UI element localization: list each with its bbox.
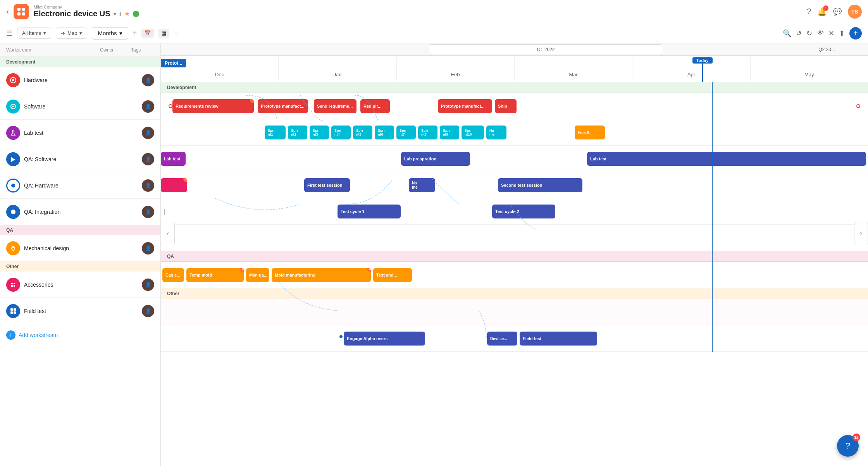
month-jan: Jan (334, 72, 342, 77)
prototype-bar[interactable]: Protot... (161, 59, 186, 67)
software-owner: 👤 (142, 100, 154, 113)
sidebar-item-labtest[interactable]: Lab test 👤 (0, 120, 160, 146)
lab-prep-bar[interactable]: Lab preapration (401, 152, 470, 166)
info-icon[interactable]: ℹ (119, 11, 121, 17)
mechanical-row: Cas e... Temp mold 2 Man ua... Mold manu… (161, 262, 868, 288)
back-button[interactable]: ‹ (6, 7, 9, 16)
help-fab[interactable]: ? 12 (837, 435, 859, 457)
minus-icon[interactable]: − (174, 30, 177, 37)
chevron-icon[interactable]: ▾ (114, 11, 116, 17)
sprint4-bar[interactable]: Sprint4 (331, 126, 351, 139)
first-test-bar[interactable]: First test session (304, 178, 350, 192)
labtest-icon (6, 126, 20, 140)
prototype-manuf-bar[interactable]: Prototype manufact... (258, 99, 308, 113)
dev-group-header: Development (161, 82, 868, 93)
add-workstream-button[interactable]: + Add workstream (0, 324, 160, 346)
temp-mold-bar[interactable]: Temp mold 2 (186, 268, 244, 282)
hw-left-dot (169, 104, 172, 108)
name-bar[interactable]: Name (486, 126, 506, 139)
status-dot (133, 11, 139, 17)
sprint3-bar[interactable]: Sprint3 (310, 126, 329, 139)
notification-icon[interactable]: 🔔 1 (817, 7, 827, 16)
sprint7-bar[interactable]: Sprint7 (396, 126, 416, 139)
add-workstream-label: Add workstream (19, 332, 58, 338)
prototype2-bar[interactable]: Prototype manufact... (438, 99, 492, 113)
chat-icon[interactable]: 💬 (833, 7, 842, 16)
fieldtest-icon (6, 304, 20, 318)
svg-rect-1 (22, 8, 25, 11)
redo-icon[interactable]: ↻ (806, 29, 812, 38)
undo-icon[interactable]: ↺ (796, 29, 802, 38)
test-cycle1-bar[interactable]: Test cycle 1 (338, 205, 401, 218)
sidebar-item-accessories[interactable]: Accessories 👤 (0, 272, 160, 298)
global-add-button[interactable]: + (849, 27, 862, 40)
sprint8-bar[interactable]: Sprint8 (418, 126, 437, 139)
test-and-bar[interactable]: Test and... (373, 268, 412, 282)
search-icon[interactable]: 🔍 (783, 29, 791, 38)
filter-chevron: ▾ (43, 30, 46, 36)
view-dropdown[interactable]: ➜ Map ▾ (56, 28, 87, 39)
star-icon[interactable]: ★ (124, 10, 130, 17)
col-workstream-header: Workstream (6, 47, 100, 53)
mechanical-icon (6, 241, 20, 255)
group-other: Other (0, 261, 160, 272)
labtest-start-bar[interactable]: Lab test (161, 152, 186, 166)
settings-icon[interactable]: ✕ (828, 29, 834, 38)
req-bar[interactable]: Req uir... (360, 99, 390, 113)
calendar-icon[interactable]: 📅 (141, 29, 154, 38)
sprint5-bar[interactable]: Sprint5 (353, 126, 372, 139)
labtest-end-bar[interactable]: Lab test (587, 152, 866, 166)
software-icon (6, 100, 20, 113)
col-tags-header: Tags (131, 47, 154, 53)
filter-dropdown[interactable]: All items ▾ (17, 28, 51, 39)
sidebar-item-mechanical[interactable]: Mechanical design 👤 (0, 235, 160, 261)
sprint2-bar[interactable]: Sprint2 (288, 126, 307, 139)
sidebar-item-hardware[interactable]: Hardware 👤 (0, 67, 160, 93)
nav-left-arrow[interactable]: ‹ (161, 222, 175, 245)
engage-alpha-bar[interactable]: Engage Alpha users (344, 332, 425, 346)
manual-bar[interactable]: Man ua... (246, 268, 269, 282)
sidebar-item-qa-software[interactable]: QA: Software 👤 (0, 146, 160, 172)
months-dropdown[interactable]: Months ▾ (92, 27, 128, 40)
svg-rect-0 (17, 8, 21, 11)
add-icon[interactable]: + (133, 29, 137, 37)
ship-bar[interactable]: Ship (495, 99, 517, 113)
user-avatar[interactable]: TS (848, 5, 862, 19)
filter-icon[interactable]: ☰ (6, 29, 12, 38)
sprint9-bar[interactable]: Sprint9 (440, 126, 459, 139)
sidebar-item-qa-hardware[interactable]: QA: Hardware 👤 (0, 172, 160, 199)
sidebar-item-qa-integration[interactable]: QA: Integration 👤 (0, 199, 160, 225)
nav-right-arrow[interactable]: › (854, 222, 868, 245)
notification-badge: 1 (823, 5, 828, 11)
device-bar[interactable]: Devi ce... (487, 332, 517, 346)
sprint1-bar[interactable]: Sprint1 (265, 126, 286, 139)
gantt-rows-container: Development Requirements review 1 Protot… (161, 82, 868, 352)
qa-integration-row (161, 225, 868, 251)
send-req-bar[interactable]: Send requireme... (314, 99, 356, 113)
name2-bar[interactable]: Name (409, 178, 435, 192)
labtest-row: Lab test Lab preapration Lab test (161, 146, 868, 172)
col-owner-header: Owner (100, 47, 131, 53)
share-icon[interactable]: ⬆ (839, 29, 845, 38)
requirements-review-bar[interactable]: Requirements review 1 (172, 99, 254, 113)
sidebar-item-software[interactable]: Software 👤 (0, 93, 160, 120)
case-bar[interactable]: Cas e... (162, 268, 184, 282)
final-bar[interactable]: Fina S... (575, 126, 605, 139)
second-test-bar[interactable]: Second test session (498, 178, 582, 192)
months-chevron: ▾ (119, 30, 122, 37)
mold-manufacturing-bar[interactable]: Mold manufacturing 3 (272, 268, 371, 282)
eye-icon[interactable]: 👁 (817, 29, 824, 37)
qa-group-header: QA (161, 251, 868, 262)
group-development: Development (0, 57, 160, 67)
qa-sw-start-bar[interactable]: 3 (161, 178, 187, 192)
badge-1: 1 (250, 99, 254, 103)
toolbar-right: 🔍 ↺ ↻ 👁 ✕ ⬆ + (783, 27, 862, 40)
test-cycle2-bar[interactable]: Test cycle 2 (492, 205, 555, 218)
grid-icon[interactable]: ▦ (158, 29, 169, 38)
field-test-bar[interactable]: Field test (520, 332, 597, 346)
view-icon: ➜ (61, 30, 65, 36)
sprint10-bar[interactable]: Sprint10 (462, 126, 484, 139)
sidebar-item-fieldtest[interactable]: Field test 👤 (0, 298, 160, 324)
help-icon[interactable]: ? (807, 7, 811, 16)
sprint6-bar[interactable]: Sprint6 (375, 126, 394, 139)
